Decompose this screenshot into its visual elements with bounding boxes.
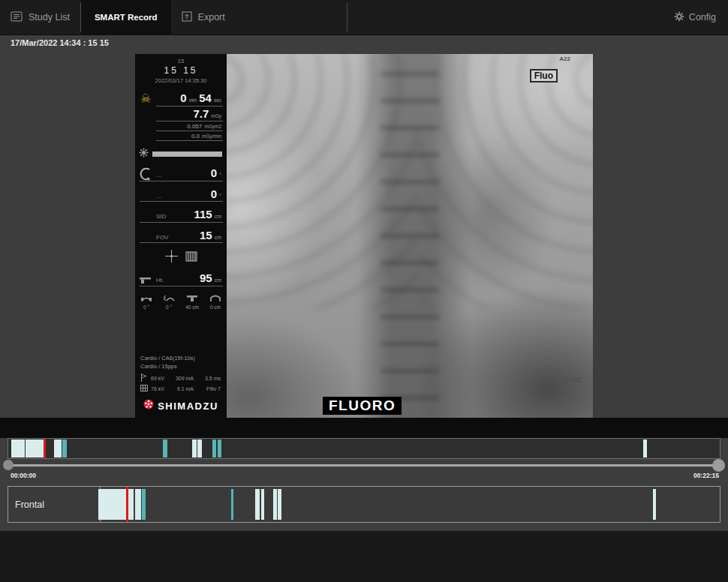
table-value: 0 °: [166, 304, 172, 310]
exp-ms: 3.5 ms: [205, 376, 221, 381]
frame-number-small: 15: [135, 58, 227, 64]
table-roll-cell: 0 °: [163, 294, 175, 310]
shimadzu-logo-icon: [143, 399, 154, 412]
config-label: Config: [689, 12, 716, 22]
grid-icon: [185, 251, 197, 265]
smart-record-tab[interactable]: SMART Record: [81, 0, 171, 34]
fov-unit: cm: [215, 235, 221, 240]
collimator-icon: [139, 147, 149, 160]
angle2-label: ...: [156, 193, 161, 200]
fov-row: FOV 15 cm: [140, 230, 223, 244]
c-arm-icon: [140, 167, 151, 184]
playback-bar: 00:01:09 / 00:22:15: [0, 531, 728, 582]
track-label-cell: Frontal: [8, 487, 101, 522]
angle1-value: 0: [211, 167, 217, 180]
recording-segment[interactable]: [62, 440, 67, 458]
scrubber-left-handle[interactable]: [3, 460, 14, 470]
program-line2: Cardio / 15pps: [140, 363, 227, 370]
recording-segment[interactable]: [218, 440, 221, 458]
collimator-row: [139, 147, 222, 160]
exp-ma: 309 mA: [176, 376, 194, 381]
recording-segment[interactable]: [26, 440, 44, 458]
scrubber-track[interactable]: [9, 464, 719, 466]
track-label: Frontal: [15, 500, 44, 510]
recording-segment[interactable]: [653, 489, 656, 520]
live-label: LIVE: [565, 376, 582, 383]
recording-segment[interactable]: [163, 440, 167, 458]
scrubber-right-handle[interactable]: [712, 459, 725, 472]
dose-value: 7.7: [193, 108, 209, 121]
dap-unit: mGym2: [204, 124, 221, 129]
table-long-cell: 40 cm: [185, 294, 199, 310]
angle1-label: ...: [156, 172, 161, 178]
study-datetime: 17/Mar/2022 14:34 : 15 15: [11, 38, 109, 47]
table-height-row: Ht. 95 cm: [140, 272, 223, 286]
playhead-marker[interactable]: [126, 487, 128, 522]
smart-record-app: Study List SMART Record Export Config 17…: [0, 0, 728, 582]
frame-number-pair: 15 15: [135, 65, 227, 76]
table-tilt-cell: 0 °: [140, 294, 152, 310]
frontal-track[interactable]: Frontal: [8, 486, 720, 523]
fluoro-minutes-unit: min: [189, 98, 197, 103]
export-button[interactable]: Export: [171, 0, 236, 34]
center-icons-row: [135, 250, 227, 266]
study-list-label: Study List: [29, 12, 70, 22]
dose-rate-row: 0.0 mGy/min: [156, 131, 223, 141]
playhead-marker[interactable]: [44, 439, 46, 458]
table-position-row: 0 ° 0 ° 40 cm 0 cm: [140, 294, 221, 310]
sid-value: 115: [194, 208, 212, 221]
acquisition-datetime: 2022/03/17 14:35:30: [135, 77, 227, 84]
table-value: 0 °: [143, 304, 149, 310]
record-flag-icon: [140, 374, 151, 382]
xray-spine: [381, 54, 439, 418]
export-label: Export: [198, 12, 225, 22]
recording-segment[interactable]: [231, 489, 233, 520]
recording-segment[interactable]: [192, 440, 197, 458]
fluoro-seconds: 54: [199, 92, 212, 105]
smart-record-label: SMART Record: [95, 13, 158, 22]
corner-annotation: A22: [559, 56, 570, 62]
carm-angle1-row: ... 0 °: [140, 167, 223, 182]
exp-ma: 9.1 mA: [177, 386, 194, 392]
fluoro-time-row: 0 min 54 sec: [156, 91, 223, 106]
recording-segment[interactable]: [54, 440, 62, 458]
brand-row: SHIMADZU: [135, 399, 227, 412]
fluo-badge: Fluo: [530, 69, 558, 82]
telemetry-panel: 15 15 15 2022/03/17 14:35:30 ☠ 0 min 54 …: [135, 54, 227, 418]
toolbar-separator: [347, 3, 347, 32]
recording-segment[interactable]: [273, 489, 277, 520]
height-unit: cm: [215, 278, 221, 283]
exp-kv: 69 kV: [151, 376, 164, 381]
recording-segment[interactable]: [643, 440, 647, 458]
radiation-skull-icon: ☠: [140, 93, 151, 105]
fluoro-mode-label: FLUORO: [323, 397, 402, 415]
program-line1: Cardio / CA6(15f-10s): [140, 355, 227, 362]
dap-row: 0.057 mGym2: [156, 122, 223, 131]
carm-angle2-row: ... 0 °: [140, 188, 223, 202]
dap-value: 0.057: [187, 123, 202, 130]
recording-segment[interactable]: [11, 440, 25, 458]
image-viewer: 15 15 15 2022/03/17 14:35:30 ☠ 0 min 54 …: [135, 54, 593, 418]
fov-label: FOV: [156, 234, 168, 241]
fluoro-minutes: 0: [180, 92, 186, 105]
xray-ribs-right: [419, 54, 593, 309]
recording-segment[interactable]: [255, 489, 260, 520]
angle1-unit: °: [219, 172, 221, 178]
recording-segment[interactable]: [197, 440, 202, 458]
dose-unit: mGy: [211, 113, 221, 118]
recording-segment[interactable]: [278, 489, 281, 520]
brand-name: SHIMADZU: [158, 400, 218, 412]
study-list-icon: [11, 11, 23, 24]
config-button[interactable]: Config: [662, 0, 728, 34]
top-toolbar: Study List SMART Record Export Config: [0, 0, 728, 35]
export-icon: [182, 11, 192, 24]
exp-extra: F9lv 7: [206, 386, 221, 392]
study-list-button[interactable]: Study List: [0, 0, 80, 34]
crosshair-icon: [165, 250, 178, 266]
fluoro-seconds-unit: sec: [214, 98, 221, 103]
recording-segment[interactable]: [261, 489, 264, 520]
recording-segment[interactable]: [212, 440, 216, 458]
recording-segment[interactable]: [135, 489, 141, 520]
timeline-overview-strip[interactable]: [8, 438, 720, 459]
recording-segment[interactable]: [142, 489, 146, 520]
